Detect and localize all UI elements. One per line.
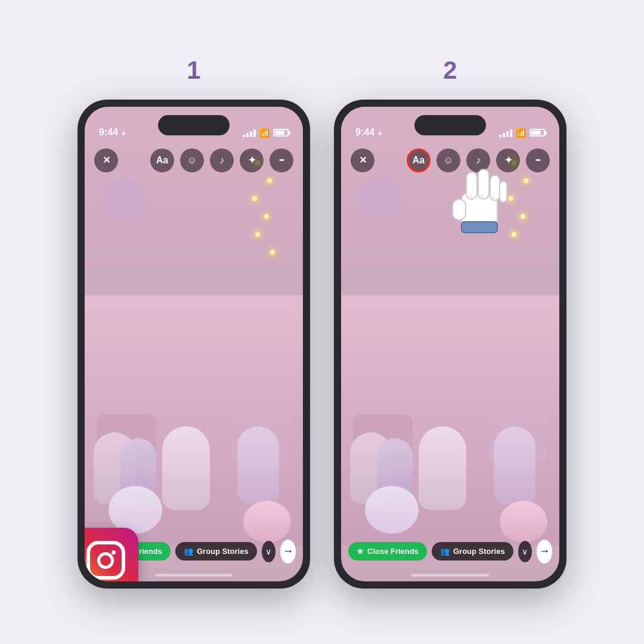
chevron-btn-1[interactable]: ∨ [262, 541, 275, 562]
signal-bar-2-1 [499, 135, 501, 137]
step-1: 1 [78, 56, 310, 589]
instagram-logo [85, 528, 138, 581]
mirror-1 [103, 178, 144, 220]
location-arrow-1: ▲ [120, 129, 127, 136]
sticker-btn-1[interactable]: ☺ [180, 148, 204, 172]
unicorn-2-3 [419, 426, 466, 510]
story-toolbar-1: ✕ Aa ☺ ♪ ✦ [94, 148, 293, 172]
signal-bars-1 [243, 129, 256, 137]
wifi-icon-2: 📶 [516, 128, 526, 138]
close-btn-1[interactable]: ✕ [94, 148, 118, 172]
group-stories-label-2: Group Stories [453, 547, 505, 556]
status-time-2: 9:44 ▲ [355, 127, 383, 138]
next-btn-1[interactable]: → [280, 540, 296, 564]
light-dot [255, 232, 260, 237]
text-btn-1[interactable]: Aa [150, 148, 174, 172]
chevron-icon-2: ∨ [522, 547, 528, 556]
signal-bar-2-4 [510, 129, 512, 137]
star-icon-2: ★ [357, 547, 364, 556]
step-1-number: 1 [187, 56, 200, 85]
more-btn-1[interactable]: ••• [270, 148, 293, 172]
battery-icon-2 [530, 129, 545, 137]
status-time-1: 9:44 ▲ [99, 127, 127, 138]
pig-toy-2 [500, 501, 547, 543]
status-icons-1: 📶 [243, 128, 289, 138]
light-dot-2b [524, 178, 528, 183]
step-2-number: 2 [443, 56, 457, 85]
svg-rect-5 [500, 181, 507, 202]
unicorn-round [109, 486, 162, 534]
home-indicator-1 [155, 574, 233, 577]
insta-dot [112, 550, 116, 555]
location-arrow-2: ▲ [377, 129, 383, 136]
chevron-btn-2[interactable]: ∨ [518, 541, 532, 562]
step-2: 2 [334, 56, 566, 589]
effects-btn-1[interactable]: ✦ [240, 148, 264, 172]
next-arrow-2: → [539, 545, 550, 558]
more-btn-2[interactable]: ••• [526, 148, 550, 172]
phone-2-inner: 9:44 ▲ 📶 [341, 107, 559, 581]
home-indicator-2 [411, 574, 489, 577]
status-icons-2: 📶 [499, 128, 545, 138]
light-dot [267, 178, 272, 183]
close-friends-label-2: Close Friends [367, 547, 419, 556]
light-dot [264, 214, 269, 219]
svg-rect-3 [478, 169, 489, 199]
signal-bar-2-3 [506, 131, 509, 137]
next-arrow-1: → [283, 545, 293, 558]
group-stories-btn-2[interactable]: 👥 Group Stories [432, 542, 513, 561]
signal-bar-1 [243, 135, 245, 137]
hand-icon [444, 157, 509, 235]
close-friends-btn-2[interactable]: ★ Close Friends [348, 542, 427, 561]
group-icon-1: 👥 [184, 547, 193, 556]
music-btn-1[interactable]: ♪ [210, 148, 234, 172]
light-dot-2e [512, 232, 516, 237]
svg-rect-6 [462, 222, 497, 233]
battery-fill-2 [531, 131, 541, 135]
cursor-hand [444, 157, 509, 237]
bottom-bar-2: ★ Close Friends 👥 Group Stories ∨ → [348, 540, 552, 564]
group-stories-label-1: Group Stories [197, 547, 249, 556]
svg-rect-4 [490, 175, 500, 200]
light-dot-2c [509, 196, 513, 201]
phone-1: 9:44 ▲ 📶 [78, 100, 310, 589]
light-dot [270, 250, 275, 255]
unicorn-3 [162, 426, 210, 510]
pig-toy [243, 501, 291, 543]
svg-rect-1 [453, 199, 466, 220]
group-icon-2: 👥 [440, 547, 450, 556]
insta-inner [86, 541, 125, 580]
main-container: 1 [54, 32, 590, 612]
phone-2: 9:44 ▲ 📶 [334, 100, 566, 589]
unicorn-2-4 [494, 426, 535, 504]
status-bar-2: 9:44 ▲ 📶 [341, 107, 559, 143]
signal-bar-4 [253, 129, 256, 137]
toolbar-right-1: Aa ☺ ♪ ✦ ••• [150, 148, 293, 172]
svg-rect-2 [466, 172, 477, 199]
time-display-2: 9:44 [355, 127, 374, 138]
insta-circle [97, 552, 114, 569]
battery-fill-1 [275, 131, 284, 135]
close-btn-2[interactable]: ✕ [351, 148, 374, 172]
chevron-icon-1: ∨ [265, 547, 271, 556]
text-btn-2-highlighted[interactable]: Aa [407, 148, 431, 172]
mirror-2 [359, 178, 401, 220]
light-dot-2d [521, 214, 525, 219]
signal-bar-2-2 [503, 133, 505, 137]
unicorn-4 [237, 426, 279, 504]
light-dot [252, 196, 257, 201]
phone-1-inner: 9:44 ▲ 📶 [85, 107, 303, 581]
unicorn-round-2 [365, 486, 419, 534]
signal-bars-2 [499, 129, 512, 137]
wifi-icon-1: 📶 [259, 128, 270, 138]
signal-bar-2 [246, 133, 249, 137]
signal-bar-3 [250, 131, 252, 137]
status-bar-1: 9:44 ▲ 📶 [85, 107, 303, 143]
group-stories-btn-1[interactable]: 👥 Group Stories [175, 542, 257, 561]
battery-icon-1 [273, 129, 289, 137]
next-btn-2[interactable]: → [537, 540, 552, 564]
time-display-1: 9:44 [99, 127, 118, 138]
